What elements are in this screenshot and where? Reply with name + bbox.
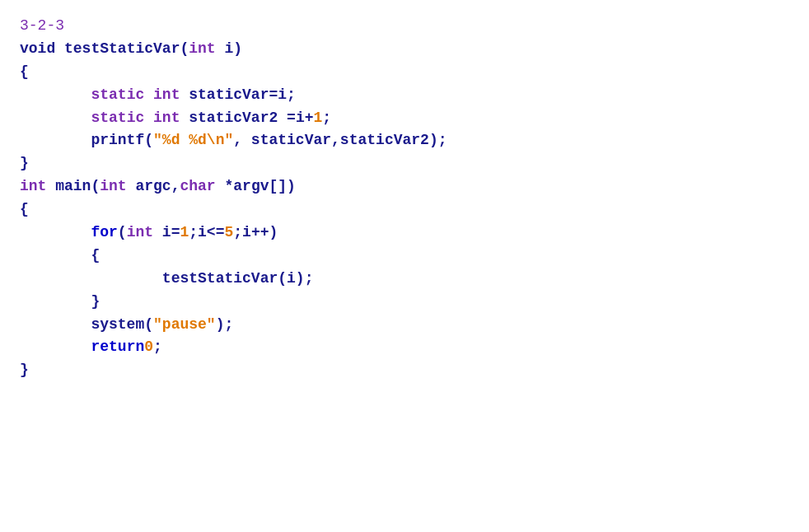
code-line: 3-2-3 bbox=[20, 15, 789, 38]
code-line: return0; bbox=[20, 336, 789, 359]
code-line: void testStaticVar(int i) bbox=[20, 38, 789, 61]
code-line: { bbox=[20, 245, 789, 268]
code-line: { bbox=[20, 198, 789, 222]
code-line: { bbox=[20, 61, 789, 84]
code-line: system("pause"); bbox=[20, 314, 789, 337]
code-line: int main(int argc,char *argv[]) bbox=[20, 175, 789, 198]
code-line: } bbox=[20, 152, 789, 175]
code-line: for(int i=1;i<=5;i++) bbox=[20, 222, 789, 245]
code-line: testStaticVar(i); bbox=[20, 268, 789, 291]
code-line: } bbox=[20, 359, 789, 382]
code-line: printf("%d %d\n", staticVar,staticVar2); bbox=[20, 129, 789, 152]
code-display: 3-2-3void testStaticVar(int i){ static i… bbox=[20, 15, 789, 382]
code-line: static int staticVar2 =i+1; bbox=[20, 107, 789, 130]
code-line: } bbox=[20, 291, 789, 314]
code-line: static int staticVar=i; bbox=[20, 84, 789, 107]
